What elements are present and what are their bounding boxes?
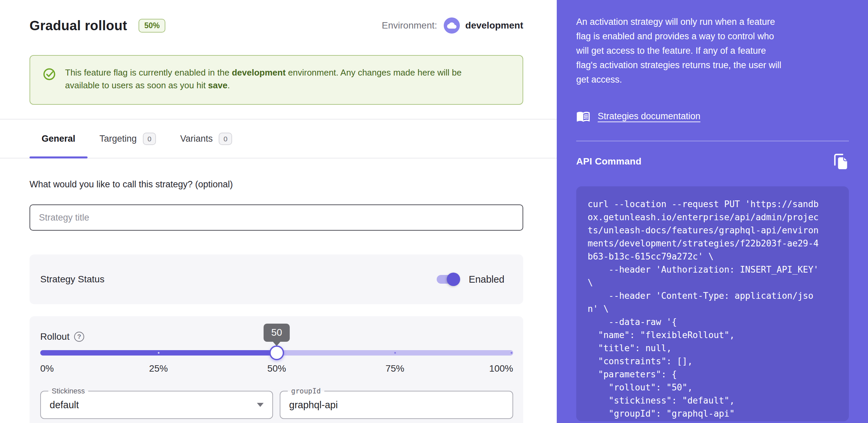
tab-general-label: General bbox=[41, 134, 75, 144]
slider-tick-75 bbox=[394, 352, 396, 354]
strategies-docs-link[interactable]: Strategies documentation bbox=[598, 111, 700, 121]
api-command-title: API Command bbox=[576, 156, 642, 167]
docs-link-row: Strategies documentation bbox=[576, 109, 849, 123]
rollout-slider[interactable]: 50 bbox=[40, 345, 513, 361]
groupid-label: groupId bbox=[288, 386, 324, 396]
page-header: Gradual rollout 50% Environment: develop… bbox=[30, 17, 523, 34]
tabs-bar: General Targeting 0 Variants 0 bbox=[0, 119, 557, 159]
api-command-header: API Command bbox=[576, 153, 849, 170]
dropdown-caret-icon bbox=[257, 403, 264, 407]
strategy-status-value: Enabled bbox=[469, 274, 504, 285]
strategy-help-sidebar: An activation strategy will only run whe… bbox=[557, 0, 868, 423]
strategy-description: An activation strategy will only run whe… bbox=[576, 15, 849, 87]
rollout-card: Rollout ? 50 0% 25% 50% bbox=[30, 316, 523, 423]
rollout-percentage-badge: 50% bbox=[138, 19, 165, 33]
variants-count-badge: 0 bbox=[219, 133, 232, 145]
main-panel: Gradual rollout 50% Environment: develop… bbox=[0, 0, 557, 423]
rollout-label: Rollout bbox=[40, 331, 69, 342]
copy-icon[interactable] bbox=[833, 153, 849, 170]
strategy-status-label: Strategy Status bbox=[40, 274, 104, 285]
stickiness-select[interactable]: Stickiness default bbox=[40, 391, 273, 419]
tick-label-50: 50% bbox=[267, 363, 286, 374]
strategy-status-control: Enabled bbox=[437, 274, 504, 285]
strategy-status-card: Strategy Status Enabled bbox=[30, 254, 523, 304]
strategy-status-toggle[interactable] bbox=[437, 275, 459, 284]
environment-label: Environment: bbox=[382, 20, 437, 31]
tab-variants-label: Variants bbox=[180, 134, 213, 144]
tab-general[interactable]: General bbox=[30, 119, 88, 158]
enabled-alert: This feature flag is currently enabled i… bbox=[30, 55, 523, 105]
environment-indicator: Environment: development bbox=[382, 18, 523, 34]
api-command-code[interactable]: curl --location --request PUT 'https://s… bbox=[576, 186, 849, 421]
tab-targeting-label: Targeting bbox=[100, 134, 137, 144]
tick-label-25: 25% bbox=[149, 363, 168, 374]
tick-label-75: 75% bbox=[385, 363, 404, 374]
strategy-name-question: What would you like to call this strateg… bbox=[30, 179, 523, 190]
rollout-parameter-fields: Stickiness default groupId bbox=[40, 391, 513, 419]
book-icon bbox=[576, 109, 590, 123]
tick-label-100: 100% bbox=[489, 363, 513, 374]
targeting-count-badge: 0 bbox=[143, 133, 156, 145]
help-icon[interactable]: ? bbox=[74, 332, 84, 342]
slider-tick-100 bbox=[511, 352, 513, 354]
groupid-field: groupId bbox=[280, 391, 513, 419]
cloud-icon bbox=[444, 18, 460, 34]
slider-tick-labels: 0% 25% 50% 75% 100% bbox=[40, 363, 513, 375]
tab-variants[interactable]: Variants 0 bbox=[168, 119, 244, 158]
slider-thumb[interactable] bbox=[269, 345, 284, 360]
stickiness-label: Stickiness bbox=[48, 386, 88, 396]
slider-value-tooltip: 50 bbox=[264, 323, 290, 342]
stickiness-value: default bbox=[50, 399, 79, 411]
page-title: Gradual rollout bbox=[30, 18, 127, 33]
tick-label-0: 0% bbox=[40, 363, 54, 374]
slider-tick-25 bbox=[158, 352, 159, 354]
environment-name: development bbox=[465, 20, 523, 31]
tab-targeting[interactable]: Targeting 0 bbox=[88, 119, 168, 158]
check-circle-icon bbox=[42, 67, 56, 94]
toggle-knob bbox=[447, 273, 460, 286]
groupid-input[interactable] bbox=[289, 399, 504, 411]
strategy-title-input[interactable] bbox=[30, 204, 523, 231]
alert-text: This feature flag is currently enabled i… bbox=[65, 66, 486, 94]
sidebar-divider bbox=[576, 141, 849, 141]
app-root: Gradual rollout 50% Environment: develop… bbox=[0, 0, 868, 423]
